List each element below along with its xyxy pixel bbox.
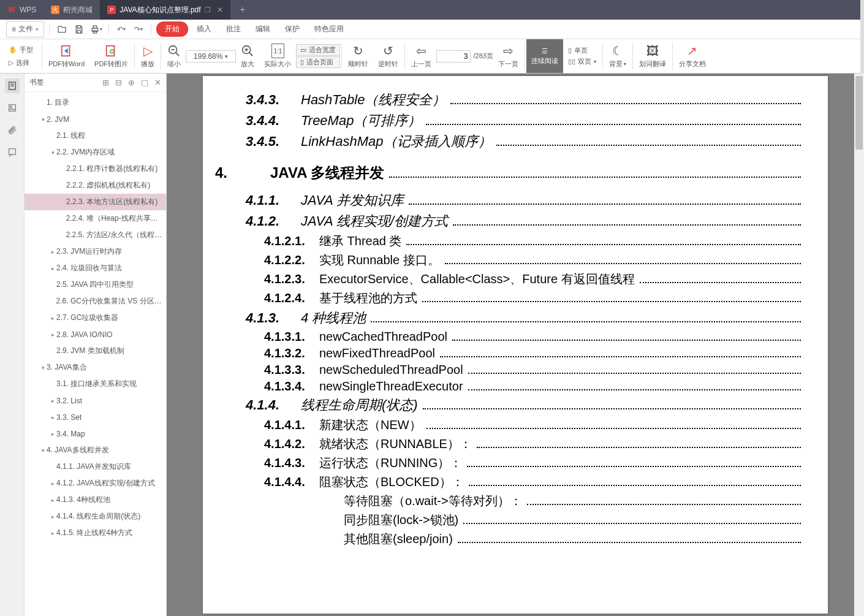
pdf-to-image-button[interactable]: PDF转图片 bbox=[89, 44, 133, 69]
thumbnail-rail-icon[interactable] bbox=[5, 101, 20, 115]
restore-icon[interactable]: ❐ bbox=[205, 6, 211, 14]
toc-entry[interactable]: 4.1.2.JAVA 线程实现/创建方式 bbox=[215, 212, 803, 230]
tab-store[interactable]: 火 稻壳商城 bbox=[44, 0, 100, 20]
menu-tab-start[interactable]: 开始 bbox=[156, 21, 188, 37]
toggle-icon[interactable]: ▾ bbox=[49, 150, 56, 156]
single-page-button[interactable]: ▯单页 bbox=[566, 45, 599, 56]
toc-entry[interactable]: 4.1.3.4.newSingleThreadExecutor bbox=[215, 379, 803, 394]
bookmark-item[interactable]: ▸3.3. Set bbox=[25, 409, 166, 425]
toc-entry[interactable]: 4.1.4.4.阻塞状态（BLOCKED）： bbox=[215, 474, 803, 490]
toggle-icon[interactable]: ▸ bbox=[49, 481, 56, 487]
toggle-icon[interactable]: ▸ bbox=[49, 414, 56, 420]
bookmark-item[interactable]: 3.1. 接口继承关系和实现 bbox=[25, 376, 166, 392]
rotate-ccw-button[interactable]: ↺ 逆时针 bbox=[373, 44, 403, 69]
toc-entry[interactable]: 4.1.4.2.就绪状态（RUNNABLE）： bbox=[215, 436, 803, 452]
tab-active-document[interactable]: P JAVA核心知识点整理.pdf ❐ ✕ bbox=[100, 0, 230, 20]
hand-tool[interactable]: ✋手型 bbox=[6, 44, 36, 56]
actual-size-button[interactable]: 1:1 实际大小 bbox=[259, 44, 296, 69]
menu-tab-edit[interactable]: 编辑 bbox=[249, 21, 276, 37]
toggle-icon[interactable]: ▸ bbox=[49, 265, 56, 272]
toc-entry[interactable]: 3.4.5.LinkHashMap（记录插入顺序） bbox=[215, 132, 803, 151]
bookmark-item[interactable]: ▸3.2. List bbox=[25, 392, 166, 409]
toc-entry[interactable]: 4.1.4.1.新建状态（NEW） bbox=[215, 417, 803, 433]
bookmark-item[interactable]: 2.5. JAVA 四中引用类型 bbox=[25, 276, 166, 293]
bookmark-item[interactable]: ▸2.4. 垃圾回收与算法 bbox=[25, 260, 166, 276]
bookmark-item[interactable]: ▸4.1.2. JAVA线程实现/创建方式 bbox=[25, 475, 166, 492]
toc-entry[interactable]: 等待阻塞（o.wait->等待对列）： bbox=[215, 493, 803, 509]
scroll-thumb[interactable] bbox=[855, 76, 863, 150]
toggle-icon[interactable]: ▸ bbox=[49, 315, 56, 321]
zoom-in-button[interactable]: 放大 bbox=[236, 44, 259, 69]
bookmark-item[interactable]: 2.2.5. 方法区/永久代（线程共... bbox=[25, 227, 166, 243]
vertical-scrollbar[interactable] bbox=[854, 74, 864, 616]
bookmark-item[interactable]: ▾2.2. JVM内存区域 bbox=[25, 144, 166, 161]
toggle-icon[interactable]: ▸ bbox=[49, 514, 56, 520]
menu-tab-insert[interactable]: 插入 bbox=[191, 21, 218, 37]
toc-entry[interactable]: 4.1.3.2.newFixedThreadPool bbox=[215, 346, 803, 360]
toc-entry[interactable]: 4.1.2.3.ExecutorService、Callable<Class>、… bbox=[215, 271, 803, 287]
collapse-all-icon[interactable]: ⊟ bbox=[115, 78, 122, 87]
toggle-icon[interactable]: ▾ bbox=[39, 447, 47, 454]
toc-entry[interactable]: 其他阻塞(sleep/join) bbox=[215, 531, 803, 547]
menu-tab-special[interactable]: 特色应用 bbox=[308, 21, 350, 37]
double-page-button[interactable]: ▯▯双页▾ bbox=[566, 56, 599, 67]
toc-entry[interactable]: 4.1.3.4 种线程池 bbox=[215, 309, 803, 327]
toc-entry[interactable]: 3.4.4.TreeMap（可排序） bbox=[215, 112, 803, 130]
toc-entry[interactable]: 4.1.3.1.newCachedThreadPool bbox=[215, 330, 803, 344]
toggle-icon[interactable]: ▸ bbox=[49, 249, 56, 255]
toggle-icon[interactable]: ▸ bbox=[49, 530, 56, 536]
next-page-button[interactable]: ⇨ 下一页 bbox=[493, 44, 523, 69]
toc-entry[interactable]: 4.1.4.线程生命周期(状态) bbox=[215, 396, 803, 414]
bookmark-item[interactable]: ▸4.1.4. 线程生命周期(状态) bbox=[25, 508, 166, 525]
expand-all-icon[interactable]: ⊞ bbox=[102, 78, 109, 87]
new-tab-button[interactable]: + bbox=[230, 0, 255, 20]
bookmark-flag-icon[interactable]: ▢ bbox=[141, 78, 148, 87]
fit-page-button[interactable]: ▯适合页面 bbox=[296, 56, 340, 68]
save-icon[interactable] bbox=[72, 22, 86, 37]
bookmark-item[interactable]: 2.2.1. 程序计数器(线程私有) bbox=[25, 161, 166, 177]
print-icon[interactable]: ▾ bbox=[89, 22, 104, 37]
close-panel-icon[interactable]: ✕ bbox=[154, 78, 161, 87]
bookmark-item[interactable]: ▾4. JAVA多线程并发 bbox=[25, 442, 166, 458]
pdf-to-word-button[interactable]: PDF转Word bbox=[44, 44, 89, 69]
bookmark-item[interactable]: 2.6. GC分代收集算法 VS 分区收... bbox=[25, 293, 166, 310]
annotation-rail-icon[interactable] bbox=[5, 145, 20, 159]
open-icon[interactable] bbox=[55, 22, 69, 37]
zoom-level[interactable]: 199.68%▾ bbox=[186, 50, 236, 63]
bookmark-item[interactable]: 2.9. JVM 类加载机制 bbox=[25, 343, 166, 359]
bookmark-item[interactable]: ▸2.3. JVM运行时内存 bbox=[25, 243, 166, 260]
bookmark-item[interactable]: 1. 目录 bbox=[25, 94, 166, 111]
toggle-icon[interactable]: ▸ bbox=[49, 398, 56, 404]
document-area[interactable]: 3.4.3.HashTable（线程安全）3.4.4.TreeMap（可排序）3… bbox=[167, 74, 864, 616]
toggle-icon[interactable]: ▸ bbox=[49, 431, 56, 437]
bookmark-item[interactable]: ▸2.7. GC垃圾收集器 bbox=[25, 310, 166, 326]
bookmark-item[interactable]: ▸3.4. Map bbox=[25, 425, 166, 442]
toc-entry[interactable]: 4.1.3.3.newScheduledThreadPool bbox=[215, 363, 803, 377]
fit-width-button[interactable]: ▭适合宽度 bbox=[296, 44, 340, 56]
bookmark-item[interactable]: 2.1. 线程 bbox=[25, 127, 166, 144]
file-menu[interactable]: ≡ 文件 ▾ bbox=[6, 21, 44, 37]
bookmark-item[interactable]: 4.1.1. JAVA并发知识库 bbox=[25, 458, 166, 475]
continuous-read-button[interactable]: ☰ 连续阅读 bbox=[526, 39, 563, 73]
prev-page-button[interactable]: ⇦ 上一页 bbox=[406, 44, 436, 69]
close-tab-icon[interactable]: ✕ bbox=[217, 6, 223, 14]
tab-wps[interactable]: W WPS bbox=[0, 0, 44, 20]
bookmark-item[interactable]: ▸2.8. JAVA IO/NIO bbox=[25, 326, 166, 343]
play-button[interactable]: ▷ 播放 bbox=[136, 44, 159, 69]
page-number-input[interactable] bbox=[436, 50, 471, 63]
bookmark-item[interactable]: 2.2.3. 本地方法区(线程私有) bbox=[25, 194, 166, 210]
toc-entry[interactable]: 4.1.2.4.基于线程池的方式 bbox=[215, 290, 803, 306]
zoom-out-button[interactable]: 缩小 bbox=[162, 44, 186, 69]
select-tool[interactable]: ▷选择 bbox=[6, 57, 36, 69]
attachment-rail-icon[interactable] bbox=[5, 123, 20, 137]
share-button[interactable]: ↗ 分享文档 bbox=[674, 44, 711, 69]
toc-entry[interactable]: 同步阻塞(lock->锁池) bbox=[215, 512, 803, 528]
menu-tab-comment[interactable]: 批注 bbox=[220, 21, 247, 37]
toc-entry[interactable]: 4.1.4.3.运行状态（RUNNING）： bbox=[215, 455, 803, 471]
toggle-icon[interactable]: ▾ bbox=[39, 116, 47, 123]
translate-button[interactable]: 🖾 划词翻译 bbox=[634, 44, 671, 69]
toc-entry[interactable]: 4.1.2.2.实现 Runnable 接口。 bbox=[215, 252, 803, 268]
toc-entry[interactable]: 4.1.1.JAVA 并发知识库 bbox=[215, 191, 803, 210]
bookmark-item[interactable]: 2.2.2. 虚拟机栈(线程私有) bbox=[25, 177, 166, 194]
toggle-icon[interactable]: ▾ bbox=[39, 365, 47, 371]
